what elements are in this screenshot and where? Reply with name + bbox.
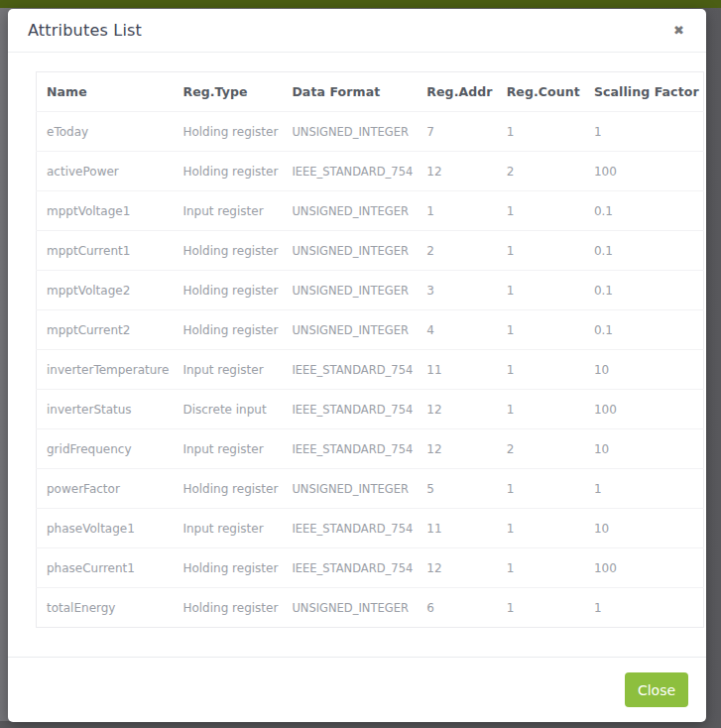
table-cell: activePower — [37, 152, 174, 191]
table-cell: UNSIGNED_INTEGER — [282, 231, 417, 271]
table-cell: Holding register — [173, 469, 282, 509]
column-header: Scalling Factor — [584, 72, 703, 112]
table-cell: 1 — [497, 112, 584, 152]
table-cell: 10 — [584, 429, 703, 469]
table-cell: Input register — [173, 191, 282, 231]
table-cell: Input register — [173, 509, 282, 548]
table-cell: UNSIGNED_INTEGER — [282, 588, 417, 628]
table-row: mpptCurrent2Holding registerUNSIGNED_INT… — [37, 310, 704, 350]
table-cell: 12 — [417, 429, 496, 469]
table-cell: Holding register — [173, 152, 282, 191]
dialog-title: Attributes List — [28, 21, 142, 40]
dialog-body: NameReg.TypeData FormatReg.AddrReg.Count… — [8, 53, 706, 657]
table-cell: 10 — [584, 350, 703, 390]
table-cell: 5 — [417, 469, 496, 509]
table-cell: 3 — [417, 271, 496, 310]
column-header: Reg.Count — [497, 72, 584, 112]
table-cell: 12 — [417, 152, 496, 191]
table-cell: 11 — [417, 350, 496, 390]
table-cell: 7 — [417, 112, 496, 152]
attributes-list-dialog: Attributes List ✖ NameReg.TypeData Forma… — [8, 9, 706, 722]
table-cell: Input register — [173, 350, 282, 390]
table-cell: phaseCurrent1 — [37, 548, 174, 588]
table-cell: UNSIGNED_INTEGER — [282, 310, 417, 350]
table-cell: 1 — [497, 271, 584, 310]
table-cell: 100 — [584, 390, 703, 429]
table-row: phaseVoltage1Input registerIEEE_STANDARD… — [37, 509, 704, 548]
table-cell: mpptCurrent2 — [37, 310, 174, 350]
table-row: eTodayHolding registerUNSIGNED_INTEGER71… — [37, 112, 704, 152]
table-row: phaseCurrent1Holding registerIEEE_STANDA… — [37, 548, 704, 588]
table-cell: 1 — [497, 548, 584, 588]
table-cell: UNSIGNED_INTEGER — [282, 271, 417, 310]
table-cell: 2 — [497, 152, 584, 191]
table-cell: mpptCurrent1 — [37, 231, 174, 271]
table-cell: 0.1 — [584, 271, 703, 310]
table-cell: phaseVoltage1 — [37, 509, 174, 548]
table-cell: 11 — [417, 509, 496, 548]
table-cell: UNSIGNED_INTEGER — [282, 191, 417, 231]
table-cell: Discrete input — [173, 390, 282, 429]
table-cell: 1 — [497, 191, 584, 231]
table-cell: 1 — [497, 390, 584, 429]
table-cell: 1 — [497, 469, 584, 509]
table-row: inverterStatusDiscrete inputIEEE_STANDAR… — [37, 390, 704, 429]
table-row: mpptVoltage1Input registerUNSIGNED_INTEG… — [37, 191, 704, 231]
close-button[interactable]: Close — [625, 672, 688, 707]
table-cell: inverterTemperature — [37, 350, 174, 390]
table-cell: 1 — [497, 350, 584, 390]
table-cell: powerFactor — [37, 469, 174, 509]
table-cell: UNSIGNED_INTEGER — [282, 469, 417, 509]
table-cell: 12 — [417, 390, 496, 429]
table-cell: gridFrequency — [37, 429, 174, 469]
table-cell: inverterStatus — [37, 390, 174, 429]
column-header: Name — [37, 72, 174, 112]
table-cell: 1 — [497, 588, 584, 628]
table-cell: totalEnergy — [37, 588, 174, 628]
attributes-table: NameReg.TypeData FormatReg.AddrReg.Count… — [36, 71, 704, 628]
table-cell: IEEE_STANDARD_754 — [282, 548, 417, 588]
table-cell: Holding register — [173, 588, 282, 628]
table-row: mpptVoltage2Holding registerUNSIGNED_INT… — [37, 271, 704, 310]
table-body: eTodayHolding registerUNSIGNED_INTEGER71… — [37, 112, 704, 628]
table-cell: IEEE_STANDARD_754 — [282, 509, 417, 548]
table-cell: IEEE_STANDARD_754 — [282, 152, 417, 191]
table-cell: 1 — [497, 509, 584, 548]
table-cell: mpptVoltage2 — [37, 271, 174, 310]
table-cell: Holding register — [173, 231, 282, 271]
table-cell: 1 — [497, 310, 584, 350]
table-cell: eToday — [37, 112, 174, 152]
table-cell: 12 — [417, 548, 496, 588]
close-icon[interactable]: ✖ — [669, 20, 688, 41]
table-cell: IEEE_STANDARD_754 — [282, 350, 417, 390]
table-cell: UNSIGNED_INTEGER — [282, 112, 417, 152]
table-cell: Holding register — [173, 310, 282, 350]
column-header: Reg.Addr — [417, 72, 496, 112]
table-cell: IEEE_STANDARD_754 — [282, 390, 417, 429]
table-row: powerFactorHolding registerUNSIGNED_INTE… — [37, 469, 704, 509]
table-cell: 1 — [417, 191, 496, 231]
table-cell: 1 — [584, 112, 703, 152]
table-cell: Holding register — [173, 548, 282, 588]
table-cell: 1 — [497, 231, 584, 271]
table-cell: 100 — [584, 548, 703, 588]
table-cell: 6 — [417, 588, 496, 628]
table-header-row: NameReg.TypeData FormatReg.AddrReg.Count… — [37, 72, 704, 112]
column-header: Reg.Type — [173, 72, 282, 112]
table-cell: 1 — [584, 469, 703, 509]
table-cell: 4 — [417, 310, 496, 350]
table-cell: 0.1 — [584, 231, 703, 271]
table-cell: 10 — [584, 509, 703, 548]
table-cell: 2 — [497, 429, 584, 469]
table-cell: mpptVoltage1 — [37, 191, 174, 231]
column-header: Data Format — [282, 72, 417, 112]
table-cell: Input register — [173, 429, 282, 469]
table-row: mpptCurrent1Holding registerUNSIGNED_INT… — [37, 231, 704, 271]
table-cell: Holding register — [173, 112, 282, 152]
dialog-footer: Close — [8, 657, 706, 722]
table-row: gridFrequencyInput registerIEEE_STANDARD… — [37, 429, 704, 469]
table-cell: 0.1 — [584, 191, 703, 231]
table-row: inverterTemperatureInput registerIEEE_ST… — [37, 350, 704, 390]
table-cell: 100 — [584, 152, 703, 191]
table-cell: IEEE_STANDARD_754 — [282, 429, 417, 469]
